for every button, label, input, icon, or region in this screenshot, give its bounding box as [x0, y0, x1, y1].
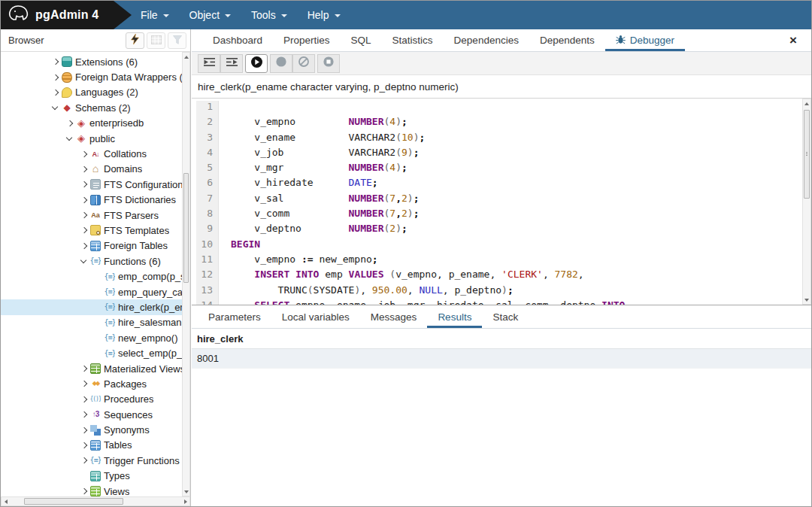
tree-item-fts-templates[interactable]: FTS Templates — [1, 223, 182, 238]
chevron-collapsed-icon[interactable] — [79, 409, 89, 420]
chevron-collapsed-icon[interactable] — [79, 179, 89, 190]
tree-item-label: Domains — [104, 163, 142, 175]
scroll-up-icon[interactable] — [183, 53, 189, 61]
tab-dependents[interactable]: Dependents — [529, 29, 605, 51]
tree-item-packages[interactable]: ◆◆Packages — [1, 376, 182, 391]
tab-properties[interactable]: Properties — [273, 29, 341, 51]
line-number: 8 — [196, 208, 219, 223]
chevron-collapsed-icon[interactable] — [79, 455, 89, 466]
tree-item-foreign-tables[interactable]: Foreign Tables — [1, 238, 182, 254]
line-number: 12 — [196, 269, 219, 284]
tree-item-functions-6[interactable]: {≡}Functions (6) — [1, 254, 182, 269]
sidebar-hscroll-thumb[interactable] — [24, 498, 123, 505]
result-row[interactable]: 8001 — [192, 349, 811, 369]
chevron-collapsed-icon[interactable] — [79, 195, 89, 205]
tree-item-public[interactable]: ◈public — [1, 131, 182, 146]
scroll-up-icon[interactable] — [803, 99, 810, 108]
tree-item-select-emp-p-e[interactable]: {≡}select_emp(p_e — [1, 345, 182, 360]
query-tool-button[interactable] — [126, 32, 144, 49]
toggle-breakpoint-button[interactable] — [270, 54, 292, 73]
continue-button[interactable] — [245, 54, 268, 73]
menu-help[interactable]: Help — [308, 9, 341, 21]
scroll-left-icon[interactable] — [2, 497, 10, 505]
tab-messages[interactable]: Messages — [360, 306, 428, 328]
chevron-collapsed-icon[interactable] — [79, 486, 89, 496]
chevron-collapsed-icon[interactable] — [79, 378, 89, 389]
code-editor[interactable]: 12 v_empno NUMBER(4);3 v_ename VARCHAR2(… — [192, 99, 811, 305]
chevron-expanded-icon[interactable] — [50, 102, 61, 113]
code-text: v_sal NUMBER(7,2); — [219, 193, 419, 208]
chevron-collapsed-icon[interactable] — [79, 363, 89, 374]
tree-item-fts-configurations[interactable]: FTS Configurations — [1, 177, 182, 192]
tree-item-label: select_emp(p_e — [118, 348, 182, 359]
chevron-collapsed-icon[interactable] — [79, 241, 89, 251]
scroll-down-icon[interactable] — [803, 296, 810, 304]
view-data-button[interactable] — [147, 32, 165, 49]
clear-all-breakpoints-button[interactable] — [292, 54, 315, 73]
editor-vscroll-thumb[interactable] — [804, 110, 810, 199]
chevron-expanded-icon[interactable] — [79, 256, 89, 266]
tree-item-fts-dictionaries[interactable]: FTS Dictionaries — [1, 193, 182, 208]
scroll-right-icon[interactable] — [181, 497, 189, 505]
tree-item-emp-query-cal[interactable]: {≡}emp_query_cal — [1, 284, 182, 299]
menu-tools[interactable]: Tools — [251, 9, 287, 21]
line-number: 3 — [196, 132, 219, 147]
chevron-expanded-icon[interactable] — [65, 133, 75, 144]
tab-sql[interactable]: SQL — [341, 29, 382, 51]
menu-file[interactable]: File — [141, 9, 169, 21]
tree-item-procedures[interactable]: {()}Procedures — [1, 392, 182, 407]
tree-item-emp-comp-p-s[interactable]: {≡}emp_comp(p_s — [1, 269, 182, 284]
tree-item-views[interactable]: Views — [1, 484, 182, 496]
sidebar-vscroll-thumb[interactable] — [183, 173, 189, 283]
tree-item-languages-2[interactable]: Languages (2) — [1, 85, 182, 100]
tab-stack[interactable]: Stack — [482, 306, 529, 328]
tree-item-extensions-6[interactable]: Extensions (6) — [1, 54, 182, 69]
tree-item-schemas-2[interactable]: ◆Schemas (2) — [1, 100, 182, 115]
tab-results[interactable]: Results — [427, 306, 482, 328]
tab-dashboard[interactable]: Dashboard — [202, 29, 273, 51]
tree-item-hire-clerk-p-en[interactable]: {≡}hire_clerk(p_en — [1, 299, 182, 314]
editor-vertical-scrollbar[interactable] — [802, 99, 811, 305]
step-into-button[interactable] — [198, 54, 220, 73]
chevron-collapsed-icon[interactable] — [79, 425, 89, 436]
tree-item-types[interactable]: Types — [1, 469, 182, 484]
menu-object[interactable]: Object — [189, 9, 231, 21]
tab-statistics[interactable]: Statistics — [382, 29, 444, 51]
tree-item-trigger-functions[interactable]: {≡}Trigger Functions — [1, 453, 182, 468]
tree-item-domains[interactable]: ⌂Domains — [1, 162, 182, 177]
chevron-collapsed-icon[interactable] — [50, 56, 61, 67]
tab-parameters[interactable]: Parameters — [198, 306, 271, 328]
tree-item-synonyms[interactable]: Synonyms — [1, 422, 182, 437]
tree-item-foreign-data-wrappers-2[interactable]: Foreign Data Wrappers (2) — [1, 69, 182, 84]
close-panel-button[interactable]: × — [785, 32, 801, 50]
tree-item-materialized-views[interactable]: Materialized Views — [1, 361, 182, 376]
tab-debugger[interactable]: Debugger — [605, 29, 685, 51]
tree-item-collations[interactable]: A↓Collations — [1, 146, 182, 161]
tree-item-hire-salesman[interactable]: {≡}hire_salesman( — [1, 315, 182, 330]
chevron-collapsed-icon[interactable] — [79, 394, 89, 405]
code-line-6: 6 v_hiredate DATE; — [192, 177, 802, 192]
chevron-collapsed-icon[interactable] — [65, 118, 75, 129]
step-over-button[interactable] — [220, 54, 243, 73]
tree-item-sequences[interactable]: ↑3Sequences — [1, 407, 182, 422]
filter-button[interactable] — [168, 32, 186, 49]
code-text: v_comm NUMBER(7,2); — [219, 208, 419, 223]
chevron-collapsed-icon[interactable] — [79, 225, 89, 235]
tree-item-fts-parsers[interactable]: AaFTS Parsers — [1, 208, 182, 223]
chevron-collapsed-icon[interactable] — [79, 210, 89, 220]
tree-item-label: Views — [104, 486, 129, 496]
tree-item-new-empno[interactable]: {≡}new_empno() — [1, 330, 182, 345]
sidebar-horizontal-scrollbar[interactable] — [1, 496, 190, 506]
tab-local-variables[interactable]: Local variables — [271, 306, 360, 328]
chevron-collapsed-icon[interactable] — [79, 149, 89, 159]
tree-item-enterprisedb[interactable]: ◈enterprisedb — [1, 116, 182, 131]
tree-item-tables[interactable]: Tables — [1, 438, 182, 453]
chevron-collapsed-icon[interactable] — [50, 87, 61, 98]
chevron-collapsed-icon[interactable] — [79, 440, 89, 451]
chevron-collapsed-icon[interactable] — [79, 164, 89, 175]
chevron-collapsed-icon[interactable] — [50, 72, 61, 83]
tab-dependencies[interactable]: Dependencies — [444, 29, 529, 51]
stop-button[interactable] — [317, 54, 340, 73]
scroll-down-icon[interactable] — [183, 487, 189, 496]
sidebar-vertical-scrollbar[interactable] — [182, 52, 190, 496]
